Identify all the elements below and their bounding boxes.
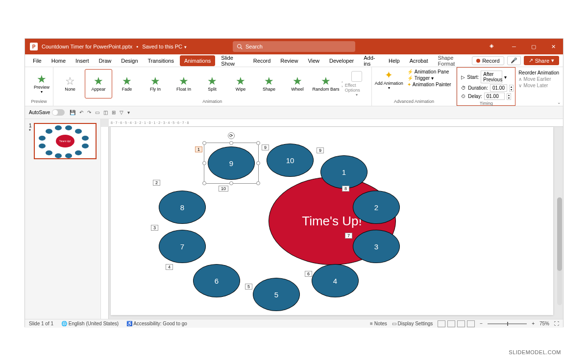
handle-e[interactable] (256, 161, 260, 165)
zoom-slider[interactable] (488, 323, 527, 324)
qat-icon-4[interactable]: ▽ (120, 110, 123, 115)
qat-icon-3[interactable]: ⊞ (112, 110, 116, 115)
vertical-scrollbar[interactable] (557, 197, 562, 305)
qat-icon-2[interactable]: ◫ (103, 110, 108, 115)
oval-10[interactable]: 10 (267, 144, 314, 177)
anim-appear[interactable]: ★Appear (85, 69, 112, 98)
tab-help[interactable]: Help (385, 56, 404, 66)
anim-floatin[interactable]: ★Float In (170, 69, 197, 98)
handle-nw[interactable] (202, 141, 206, 145)
fit-window[interactable]: ⛶ (554, 321, 559, 326)
timing-delay[interactable]: ⏲ Delay: 01.00▴▾ (461, 93, 511, 100)
anim-wheel[interactable]: ★Wheel (284, 69, 311, 98)
anim-tag-4[interactable]: 6 (305, 271, 312, 277)
record-button[interactable]: Record (472, 56, 504, 65)
tab-view[interactable]: View (304, 56, 323, 66)
handle-sw[interactable] (202, 181, 206, 185)
save-icon[interactable]: 💾 (70, 110, 75, 115)
animation-pane[interactable]: ⚡Animation Pane (407, 69, 451, 74)
move-earlier[interactable]: ∧ Move Earlier (518, 76, 560, 82)
anim-flyin[interactable]: ★Fly In (142, 69, 169, 98)
qat-more[interactable]: ▾ (127, 110, 130, 115)
zoom-out[interactable]: − (480, 321, 483, 326)
tab-shapeformat[interactable]: Shape Format (434, 53, 470, 69)
trigger[interactable]: ⚡Trigger ▾ (407, 75, 451, 81)
oval-1[interactable]: 1 (320, 155, 368, 189)
display-settings[interactable]: ▭ Display Settings (392, 321, 433, 326)
anim-none[interactable]: ☆None (56, 69, 84, 98)
oval-6[interactable]: 6 (193, 264, 240, 297)
anim-wipe[interactable]: ★Wipe (227, 69, 254, 98)
anim-shape[interactable]: ★Shape (255, 69, 283, 98)
anim-tag-2[interactable]: 8 (342, 186, 349, 192)
minimize-button[interactable]: ─ (504, 39, 524, 54)
effect-options[interactable]: Effect Options▾ (345, 69, 368, 99)
move-later[interactable]: ∨ Move Later (518, 83, 560, 88)
anim-tag-9[interactable]: 1 (195, 146, 202, 152)
anim-tag-6[interactable]: 4 (166, 264, 173, 270)
slide-indicator[interactable]: Slide 1 of 1 (29, 321, 53, 326)
tab-slideshow[interactable]: Slide Show (217, 53, 247, 69)
redo-icon[interactable]: ↷ (87, 110, 91, 115)
anim-tag-7[interactable]: 3 (151, 225, 158, 231)
timing-start[interactable]: ▷ Start: After Previous ▾ (461, 71, 511, 83)
gem-icon[interactable]: ◈ (490, 43, 493, 49)
oval-2[interactable]: 2 (353, 191, 400, 224)
tab-acrobat[interactable]: Acrobat (406, 56, 432, 66)
rotate-handle[interactable]: ⟳ (228, 132, 235, 139)
tab-insert[interactable]: Insert (72, 56, 93, 66)
anim-tag-1[interactable]: 9 (317, 147, 324, 153)
anim-tag-5[interactable]: 5 (245, 284, 252, 290)
anim-tag-10a[interactable]: 9 (262, 145, 269, 150)
animation-painter[interactable]: ✦Animation Painter (407, 82, 451, 87)
anim-tag-8a[interactable]: 2 (153, 180, 160, 186)
close-button[interactable]: ✕ (543, 39, 563, 54)
mic-button[interactable]: 🎤 (507, 56, 521, 65)
tab-addins[interactable]: Add-ins (360, 53, 383, 69)
tab-developer[interactable]: Developer (325, 56, 358, 66)
anim-split[interactable]: ★Split (198, 69, 226, 98)
oval-7[interactable]: 7 (159, 230, 206, 263)
zoom-in[interactable]: + (532, 321, 535, 326)
tab-home[interactable]: Home (48, 56, 70, 66)
qat-icon-1[interactable]: ▭ (95, 110, 99, 115)
handle-w[interactable] (202, 161, 206, 165)
view-buttons[interactable] (438, 320, 475, 327)
preview-button[interactable]: ★Preview▾ (28, 69, 55, 98)
add-animation[interactable]: ✦Add Animation▾ (375, 69, 403, 90)
tab-animations[interactable]: Animations (180, 55, 215, 66)
notes-button[interactable]: ≡ Notes (370, 321, 387, 326)
anim-fade[interactable]: ★Fade (113, 69, 141, 98)
timing-duration[interactable]: ⏱ Duration: 01.00▴▾ (461, 84, 511, 92)
oval-4[interactable]: 4 (312, 264, 359, 297)
oval-3[interactable]: 3 (353, 230, 400, 263)
handle-se[interactable] (256, 181, 260, 185)
slide-canvas[interactable]: Time's Up! 10 1 2 3 4 5 6 7 8 9 ⟳ (111, 127, 553, 315)
anim-randombars[interactable]: ★Random Bars (312, 69, 340, 98)
autosave-toggle[interactable] (52, 109, 65, 116)
search-box[interactable]: Search (233, 41, 355, 52)
tab-record[interactable]: Record (249, 56, 274, 66)
tab-review[interactable]: Review (276, 56, 302, 66)
tab-design[interactable]: Design (117, 56, 142, 66)
handle-n[interactable] (229, 141, 233, 145)
zoom-level[interactable]: 75% (539, 321, 549, 326)
tab-file[interactable]: File (29, 56, 46, 66)
handle-s[interactable] (229, 181, 233, 185)
collapse-ribbon[interactable]: ⌄ (557, 100, 561, 105)
undo-icon[interactable]: ↶ (79, 110, 83, 115)
slide-thumbnail-1[interactable]: Time's Up! (34, 123, 97, 159)
oval-8[interactable]: 8 (159, 191, 206, 224)
anim-tag-3[interactable]: 7 (345, 233, 352, 239)
handle-ne[interactable] (256, 141, 260, 145)
selection-box[interactable]: ⟳ (204, 143, 259, 184)
accessibility[interactable]: ♿ Accessibility: Good to go (126, 321, 187, 326)
share-button[interactable]: ↗ Share ▾ (524, 56, 559, 65)
language[interactable]: 🌐 English (United States) (61, 321, 119, 326)
save-state[interactable]: Saved to this PC (142, 44, 187, 49)
maximize-button[interactable]: ▢ (524, 39, 543, 54)
tab-transitions[interactable]: Transitions (144, 56, 178, 66)
oval-5[interactable]: 5 (253, 278, 300, 311)
tab-draw[interactable]: Draw (95, 56, 116, 66)
anim-tag-10b[interactable]: 10 (219, 186, 228, 192)
